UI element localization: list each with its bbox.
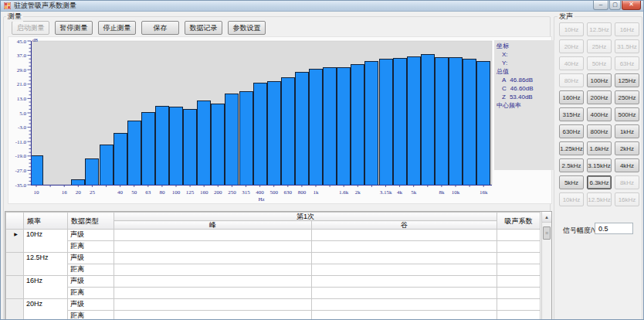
freq-button-250hz[interactable]: 250Hz [615, 90, 639, 104]
freq-button-500hz[interactable]: 500Hz [615, 107, 639, 121]
freq-button-1-25khz[interactable]: 1.25kHz [559, 141, 584, 155]
chart-bar-500[interactable] [267, 82, 280, 185]
row-selector[interactable] [6, 276, 24, 299]
valley-cell[interactable] [312, 311, 497, 320]
stop-measure-button[interactable]: 停止测量 [98, 21, 136, 35]
chart-bar-25[interactable] [86, 159, 99, 185]
coef-cell[interactable] [497, 311, 541, 320]
pause-measure-button[interactable]: 暂停测量 [55, 21, 93, 35]
scrollbar-thumb[interactable]: ≡ [543, 226, 551, 240]
chart-bar-1k[interactable] [310, 69, 323, 185]
svg-text:10k: 10k [452, 189, 460, 196]
table-scrollbar[interactable]: ▲ ≡ [541, 212, 551, 320]
chart-bar-12-5k[interactable] [463, 59, 476, 185]
chart-bar-100[interactable] [170, 107, 183, 185]
freq-button-800hz[interactable]: 800Hz [587, 124, 612, 138]
chart-bar-200[interactable] [212, 104, 225, 185]
peak-cell[interactable] [114, 230, 312, 241]
chart-bar-315[interactable] [239, 91, 253, 185]
valley-cell[interactable] [312, 276, 497, 288]
valley-cell[interactable] [312, 253, 497, 264]
maximize-button[interactable]: ▢ [609, 1, 621, 10]
freq-cell: 16Hz [24, 276, 68, 299]
freq-button-630hz[interactable]: 630Hz [559, 124, 584, 138]
chart-bar-10k[interactable] [449, 57, 463, 185]
table-row: 距离 [6, 311, 541, 320]
chart-bar-4k[interactable] [393, 59, 406, 185]
chart-bar-5k[interactable] [407, 57, 420, 185]
scrollbar-up-icon[interactable]: ▲ [542, 212, 551, 223]
peak-cell[interactable] [114, 276, 312, 288]
valley-cell[interactable] [312, 264, 497, 276]
chart-bar-125[interactable] [184, 110, 197, 185]
chart-bar-16k[interactable] [477, 62, 490, 185]
chart-bar-80[interactable] [155, 107, 168, 185]
freq-button-100hz[interactable]: 100Hz [587, 73, 612, 87]
coef-cell[interactable] [497, 288, 541, 299]
peak-cell[interactable] [114, 241, 312, 253]
chart-bar-10[interactable] [31, 156, 43, 185]
valley-cell[interactable] [312, 299, 497, 311]
chart-bar-2k[interactable] [351, 65, 364, 185]
chart-bar-630[interactable] [281, 77, 294, 185]
chart-bar-800[interactable] [295, 73, 308, 185]
save-button[interactable]: 保存 [141, 21, 179, 35]
freq-button-5khz[interactable]: 5kHz [559, 175, 584, 189]
freq-button-400hz[interactable]: 400Hz [587, 107, 612, 121]
chart-bar-6-3k[interactable] [421, 55, 434, 185]
chart-bar-63[interactable] [141, 112, 154, 185]
peak-cell[interactable] [114, 264, 312, 276]
chart-bar-1-25k[interactable] [324, 68, 337, 185]
chart-bar-8k[interactable] [435, 57, 448, 185]
valley-cell[interactable] [312, 288, 497, 299]
freq-button-200hz[interactable]: 200Hz [587, 90, 612, 104]
chart-bar-40[interactable] [114, 134, 127, 185]
coef-cell[interactable] [497, 276, 541, 288]
data-record-button[interactable]: 数据记录 [185, 21, 222, 35]
close-button[interactable]: ✕ [622, 1, 641, 10]
chart-bar-50[interactable] [127, 121, 141, 185]
row-selector[interactable] [6, 299, 24, 320]
freq-button-125hz[interactable]: 125Hz [615, 73, 639, 87]
coef-cell[interactable] [497, 253, 541, 264]
freq-button-1khz[interactable]: 1kHz [615, 124, 639, 138]
coef-cell[interactable] [497, 299, 541, 311]
peak-cell[interactable] [114, 311, 312, 320]
chart-bar-31-5[interactable] [100, 145, 113, 185]
table-row: 12.5Hz声级 [6, 253, 541, 264]
freq-button-3-15khz[interactable]: 3.15kHz [587, 158, 612, 172]
freq-button-2khz[interactable]: 2kHz [615, 141, 639, 155]
svg-text:Hz: Hz [258, 196, 264, 203]
freq-button-160hz[interactable]: 160Hz [559, 90, 584, 104]
freq-button-2-5khz[interactable]: 2.5kHz [559, 158, 584, 172]
table-header-data-type: 数据类型 [68, 213, 114, 230]
coef-cell[interactable] [497, 241, 541, 253]
freq-button-8khz: 8kHz [615, 175, 639, 189]
param-settings-button[interactable]: 参数设置 [228, 21, 266, 35]
row-selector-current[interactable]: ▶ [6, 230, 24, 253]
chart-bar-2-5k[interactable] [365, 62, 378, 185]
coef-cell[interactable] [497, 230, 541, 241]
svg-text:25: 25 [90, 189, 96, 196]
minimize-button[interactable]: – [593, 1, 608, 10]
peak-cell[interactable] [114, 253, 312, 264]
signal-amplitude-input[interactable] [595, 223, 633, 234]
chart-bar-3-15k[interactable] [379, 60, 392, 185]
svg-text:20: 20 [76, 189, 82, 196]
valley-cell[interactable] [312, 230, 497, 241]
legend-total-label: 总值 [497, 67, 554, 76]
freq-button-315hz[interactable]: 315Hz [559, 107, 584, 121]
row-selector[interactable] [6, 253, 24, 276]
coef-cell[interactable] [497, 264, 541, 276]
chart-bar-250[interactable] [225, 94, 239, 185]
chart-bar-20[interactable] [72, 180, 85, 185]
chart-bar-160[interactable] [198, 101, 211, 185]
chart-bar-1-6k[interactable] [337, 68, 351, 185]
freq-button-1-6khz[interactable]: 1.6kHz [587, 141, 612, 155]
peak-cell[interactable] [114, 299, 312, 311]
peak-cell[interactable] [114, 288, 312, 299]
freq-button-6-3khz[interactable]: 6.3kHz [587, 175, 612, 189]
chart-bar-400[interactable] [253, 83, 266, 185]
valley-cell[interactable] [312, 241, 497, 253]
freq-button-4khz[interactable]: 4kHz [615, 158, 639, 172]
